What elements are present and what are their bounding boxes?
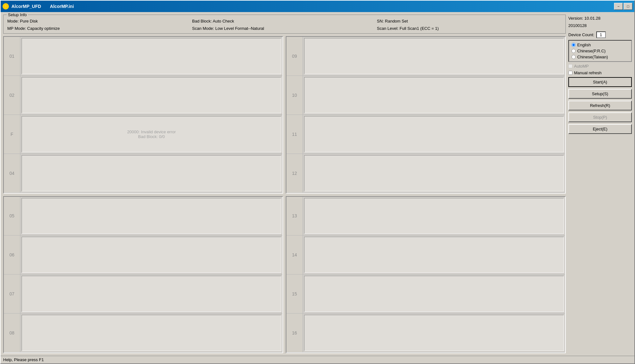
slot-content-11 xyxy=(304,116,564,152)
automp-checkbox-row[interactable]: AutoMP xyxy=(568,64,632,69)
scan-level-label: Scan Level: Full Scan1 (ECC = 1) xyxy=(377,26,562,31)
left-top-panel: 0102F20000: Invalid device errorBad Bloc… xyxy=(3,36,283,194)
slot-number-02: 02 xyxy=(4,76,20,115)
scan-mode-label: Scan Mode: Low Level Format--Natural xyxy=(192,26,377,31)
sn-label: SN: Random Set xyxy=(377,19,562,23)
slot-number-16: 16 xyxy=(286,314,303,352)
title-text: AlcorMP_UFD xyxy=(11,4,41,9)
setup-info-panel: Setup Info Mode: Pure Disk Bad Block: Au… xyxy=(3,15,566,34)
bottom-row-grids: 05060708 13141516 xyxy=(3,196,566,354)
slot-number-06: 06 xyxy=(4,235,20,274)
slot-content-13 xyxy=(304,198,564,234)
manual-refresh-label: Manual refresh xyxy=(574,70,602,75)
slot-content-01 xyxy=(22,38,281,74)
slot-row: 15 xyxy=(286,275,565,314)
setup-info-legend: Setup Info xyxy=(7,12,28,17)
device-count-label: Device Count: xyxy=(568,32,594,37)
slot-content-08 xyxy=(22,315,281,351)
app-icon: ⚡ xyxy=(3,3,9,10)
slot-row: 09 xyxy=(286,37,565,76)
slot-number-01: 01 xyxy=(4,37,20,76)
slot-row: 16 xyxy=(286,314,565,353)
slot-number-05: 05 xyxy=(4,197,20,235)
slot-content-05 xyxy=(22,198,281,234)
slot-content-02 xyxy=(22,77,281,113)
slot-content-16 xyxy=(304,315,564,351)
start-button[interactable]: Start(A) xyxy=(568,77,632,87)
slot-row: 07 xyxy=(4,275,283,314)
version-label: Version: 10.01.28 xyxy=(568,15,632,22)
window-body: Setup Info Mode: Pure Disk Bad Block: Au… xyxy=(1,12,634,356)
slot-number-11: 11 xyxy=(286,115,303,154)
device-count-input[interactable] xyxy=(596,31,606,38)
radio-english[interactable]: English xyxy=(572,43,629,47)
slot-content-07 xyxy=(22,276,281,312)
slot-number-13: 13 xyxy=(286,197,303,235)
slot-number-09: 09 xyxy=(286,37,303,76)
slot-number-15: 15 xyxy=(286,275,303,313)
grids-area: 0102F20000: Invalid device errorBad Bloc… xyxy=(3,36,566,353)
slot-number-10: 10 xyxy=(286,76,303,115)
automp-checkbox[interactable] xyxy=(568,64,572,68)
minimize-button[interactable]: − xyxy=(614,3,623,10)
left-bottom-panel: 05060708 xyxy=(3,196,283,354)
manual-refresh-checkbox[interactable] xyxy=(568,71,572,75)
side-panel: Version: 10.01.28 20100128 Device Count:… xyxy=(568,15,632,353)
bad-block-label: Bad Block: Auto Check xyxy=(192,19,377,23)
stop-button[interactable]: Stop(P) xyxy=(568,112,632,122)
version-info: Version: 10.01.28 20100128 xyxy=(568,15,632,30)
eject-button[interactable]: Eject(E) xyxy=(568,124,632,134)
automp-label: AutoMP xyxy=(574,64,589,69)
slot-row: 13 xyxy=(286,197,565,236)
main-area: Setup Info Mode: Pure Disk Bad Block: Au… xyxy=(3,15,566,353)
slot-row: 01 xyxy=(4,37,283,76)
slot-content-06 xyxy=(22,237,281,273)
right-bottom-panel: 13141516 xyxy=(286,196,566,354)
slot-row: 10 xyxy=(286,76,565,115)
radio-chinese-prc-label: Chinese(P.R.C) xyxy=(577,49,605,53)
maximize-button[interactable]: □ xyxy=(624,3,632,10)
language-radio-group: English Chinese(P.R.C) Chinese(Taiwan) xyxy=(568,40,632,62)
radio-chinese-prc[interactable]: Chinese(P.R.C) xyxy=(572,49,629,53)
top-row-grids: 0102F20000: Invalid device errorBad Bloc… xyxy=(3,36,566,194)
slot-content-14 xyxy=(304,237,564,273)
mp-mode-label: MP Mode: Capacity optimize xyxy=(7,26,192,31)
setup-button[interactable]: Setup(S) xyxy=(568,89,632,99)
slot-number-07: 07 xyxy=(4,275,20,313)
slot-content-10 xyxy=(304,77,564,113)
slot-number-14: 14 xyxy=(286,235,303,274)
slot-row: 11 xyxy=(286,115,565,154)
manual-refresh-checkbox-row[interactable]: Manual refresh xyxy=(568,70,632,75)
subtitle-text: AlcorMP.ini xyxy=(50,4,74,9)
slot-row: 08 xyxy=(4,314,283,353)
slot-row: 04 xyxy=(4,154,283,193)
slot-row: 06 xyxy=(4,235,283,275)
slot-number-F: F xyxy=(4,115,20,154)
title-bar: ⚡ AlcorMP_UFD AlcorMP.ini − □ xyxy=(1,1,634,12)
radio-chinese-taiwan[interactable]: Chinese(Taiwan) xyxy=(572,55,629,59)
slot-row: 14 xyxy=(286,235,565,275)
status-text: Help, Please press F1 xyxy=(3,357,44,362)
slot-row: 12 xyxy=(286,154,565,193)
slot-row: F20000: Invalid device errorBad Block: 0… xyxy=(4,115,283,154)
right-top-panel: 09101112 xyxy=(286,36,566,194)
slot-content-F: 20000: Invalid device errorBad Block: 0/… xyxy=(22,116,281,152)
slot-content-12 xyxy=(304,155,564,191)
radio-chinese-taiwan-label: Chinese(Taiwan) xyxy=(577,55,608,59)
mode-label: Mode: Pure Disk xyxy=(7,19,192,23)
slot-number-12: 12 xyxy=(286,154,303,193)
date-label: 20100128 xyxy=(568,22,632,29)
slot-number-08: 08 xyxy=(4,314,20,352)
slot-row: 05 xyxy=(4,197,283,236)
slot-row: 02 xyxy=(4,76,283,115)
slot-number-04: 04 xyxy=(4,154,20,193)
main-window: ⚡ AlcorMP_UFD AlcorMP.ini − □ Setup Info… xyxy=(0,0,635,364)
device-count-row: Device Count: xyxy=(568,31,632,38)
refresh-button[interactable]: Refresh(R) xyxy=(568,101,632,110)
slot-content-09 xyxy=(304,38,564,74)
slot-content-15 xyxy=(304,276,564,312)
radio-english-label: English xyxy=(577,43,591,47)
status-bar: Help, Please press F1 xyxy=(1,356,634,363)
slot-content-04 xyxy=(22,155,281,191)
